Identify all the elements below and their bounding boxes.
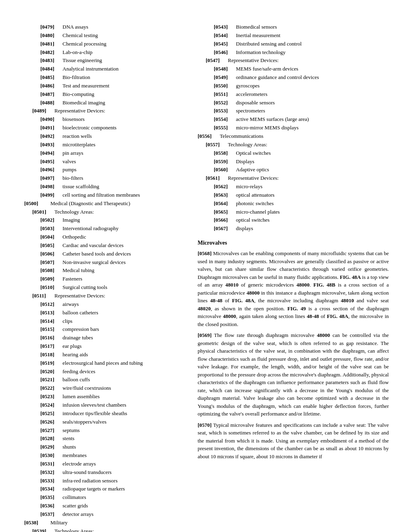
entry-number: [0561]: [206, 175, 228, 182]
entry-number: [0485]: [40, 74, 63, 81]
entry-number: [0559]: [214, 158, 236, 166]
list-item: [0543]Biomedical sensors: [198, 23, 389, 31]
entry-text: Adaptive optics: [236, 166, 269, 174]
entry-text: micro-mirror MEMS displays: [236, 124, 298, 132]
list-item: [0528]stents: [24, 435, 186, 443]
entry-text: septums: [63, 427, 80, 434]
entry-number: [0498]: [40, 183, 63, 191]
list-item: [0480]Chemical testing: [24, 32, 186, 39]
entry-text: Representative Devices:: [54, 292, 105, 300]
entry-number: [0509]: [40, 275, 63, 283]
entry-text: wire/fluid coextrusions: [63, 384, 111, 392]
entry-text: Cardiac and vascular devices: [63, 242, 123, 249]
entry-text: radiopaque targets or markers: [63, 485, 125, 493]
entry-text: Non-invasive surgical devices: [63, 259, 125, 266]
list-item: [0523]lumen assemblies: [24, 393, 186, 401]
list-item: [0539]Technology Areas:: [24, 528, 186, 532]
entry-number: [0517]: [40, 343, 63, 350]
entry-number: [0496]: [40, 166, 63, 174]
list-item: [0503]Interventional radiography: [24, 225, 186, 233]
entry-number: [0534]: [40, 485, 63, 493]
entry-text: hearing aids: [63, 351, 88, 359]
entry-text: MEMS fuse/safe-arm devices: [236, 65, 298, 73]
entry-text: detector arrays: [63, 511, 94, 518]
entry-text: pin arrays: [63, 150, 83, 157]
entry-number: [0539]: [32, 528, 54, 532]
list-item: [0562]micro-relays: [198, 183, 389, 191]
entry-number: [0504]: [40, 233, 63, 241]
list-item: [0499]cell sorting and filtration membra…: [24, 191, 186, 199]
list-item: [0545]Distributed sensing and control: [198, 40, 389, 48]
entry-text: feeding devices: [63, 368, 95, 376]
list-item: [0558]Optical switches: [198, 150, 389, 157]
entry-text: Tissue engineering: [63, 57, 102, 64]
entry-text: infusion sleeves/test chambers: [63, 401, 126, 409]
entry-number: [0480]: [40, 32, 63, 39]
entry-number: [0566]: [214, 216, 236, 224]
entry-text: active MEMS surfaces (large area): [236, 116, 309, 123]
list-item: [0494]pin arrays: [24, 150, 186, 157]
entry-number: [0525]: [40, 410, 63, 418]
entry-number: [0549]: [214, 74, 236, 81]
list-item: [0495]valves: [24, 158, 186, 166]
entry-number: [0482]: [40, 49, 63, 56]
list-item: [0551]accelerometers: [198, 91, 389, 98]
list-item: [0565]micro-channel plates: [198, 208, 389, 216]
list-item: [0529]shunts: [24, 443, 186, 451]
prose-paragraph: [0568] Microvalves can be enabling compo…: [198, 249, 389, 328]
entry-text: ear plugs: [63, 343, 81, 350]
entry-number: [0562]: [214, 183, 236, 191]
entry-number: [0500]: [24, 200, 50, 208]
list-item: [0530]membranes: [24, 452, 186, 459]
entry-text: electrode arrays: [63, 460, 96, 468]
entry-number: [0487]: [40, 91, 63, 98]
entry-text: optical switches: [236, 216, 269, 224]
entry-text: Interventional radiography: [63, 225, 119, 233]
entry-number: [0501]: [32, 208, 54, 216]
entry-number: [0564]: [214, 200, 236, 208]
entry-text: Chemical testing: [63, 32, 98, 39]
entry-text: optical attenuators: [236, 191, 275, 199]
list-item: [0567]displays: [198, 225, 389, 233]
entry-number: [0492]: [40, 133, 63, 140]
entry-text: gyroscopes: [236, 82, 260, 90]
entry-number: [0532]: [40, 469, 63, 476]
entry-text: reaction wells: [63, 133, 92, 140]
entry-text: displays: [236, 225, 253, 233]
entry-number: [0483]: [40, 57, 63, 64]
list-item: [0564]photonic switches: [198, 200, 389, 208]
entry-text: Technology Areas:: [54, 528, 94, 532]
list-item: [0547]Representative Devices:: [198, 57, 389, 64]
entry-number: [0560]: [214, 166, 236, 174]
list-item: [0491]bioelectronic components: [24, 124, 186, 132]
entry-text: Biomedical sensors: [236, 23, 277, 31]
list-item: [0498]tissue scaffolding: [24, 183, 186, 191]
list-item: [0524]infusion sleeves/test chambers: [24, 401, 186, 409]
entry-number: [0514]: [40, 318, 63, 325]
list-item: [0497]bio-filters: [24, 175, 186, 182]
list-item: [0536]scatter grids: [24, 502, 186, 510]
list-item: [0488]Biomedical imaging: [24, 99, 186, 107]
list-item: [0479]DNA assays: [24, 23, 186, 31]
entry-text: Fasteners: [63, 275, 82, 283]
list-item: [0549]ordinance guidance and control dev…: [198, 74, 389, 81]
list-item: [0484]Analytical instrumentation: [24, 65, 186, 73]
list-item: [0501]Technology Areas:: [24, 208, 186, 216]
entry-text: Inertial measurement: [236, 32, 280, 39]
entry-text: Surgical cutting tools: [63, 284, 107, 291]
entry-text: collimators: [63, 494, 86, 501]
entry-text: micro-channel plates: [236, 208, 280, 216]
entry-number: [0522]: [40, 384, 63, 392]
entry-number: [0530]: [40, 452, 63, 459]
list-item: [0537]detector arrays: [24, 511, 186, 518]
entry-text: Catheter based tools and devices: [63, 250, 131, 258]
entry-text: spectrometers: [236, 107, 265, 115]
entry-number: [0503]: [40, 225, 63, 233]
entry-number: [0565]: [214, 208, 236, 216]
entry-number: [0550]: [214, 82, 236, 90]
entry-text: infra-red radiation sensors: [63, 477, 117, 485]
entry-number: [0518]: [40, 351, 63, 359]
entry-number: [0551]: [214, 91, 236, 98]
list-item: [0566]optical switches: [198, 216, 389, 224]
entry-text: Optical switches: [236, 150, 271, 157]
